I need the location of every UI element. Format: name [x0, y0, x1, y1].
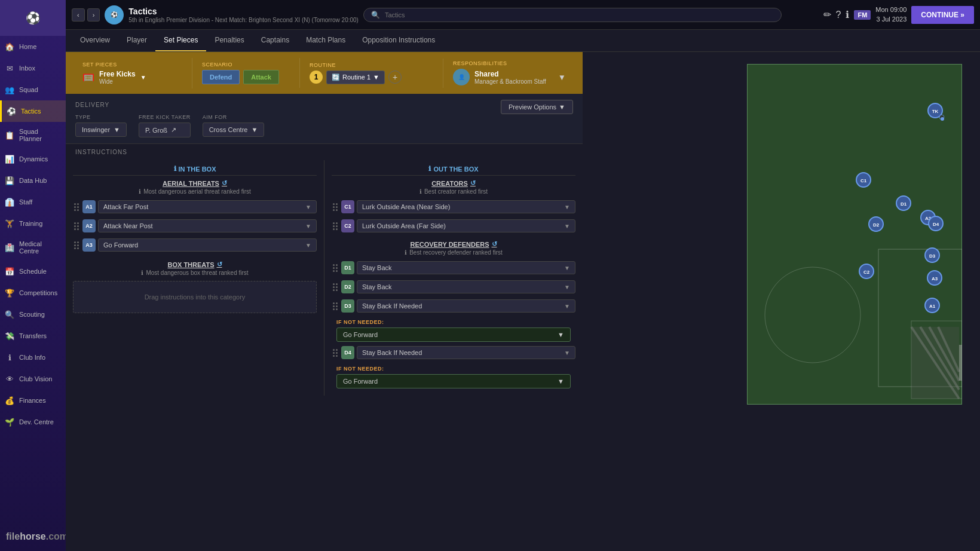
help-button[interactable]: ? — [836, 10, 841, 20]
d3-if-not-selector[interactable]: Go Forward ▼ — [336, 327, 571, 342]
chevron-down-icon: ▼ — [564, 204, 570, 210]
chevron-down-icon: ▼ — [373, 74, 379, 81]
drag-handle[interactable] — [73, 240, 80, 250]
drag-handle[interactable] — [332, 221, 339, 231]
info-button[interactable]: ℹ — [846, 9, 849, 20]
refresh-icon[interactable]: ↺ — [492, 240, 497, 248]
aim-value: Cross Centre — [209, 126, 248, 133]
sidebar-item-scouting[interactable]: 🔍 Scouting — [0, 304, 66, 325]
c2-selector[interactable]: Lurk Outside Area (Far Side) ▼ — [357, 219, 575, 232]
search-bar[interactable]: 🔍 — [363, 8, 782, 22]
drag-handle[interactable] — [332, 202, 339, 212]
sidebar-item-home[interactable]: 🏠 Home — [0, 36, 66, 57]
drag-handle[interactable] — [332, 282, 339, 292]
sidebar-item-competitions[interactable]: 🏆 Competitions — [0, 282, 66, 304]
sidebar-item-inbox[interactable]: ✉ Inbox — [0, 57, 66, 79]
sidebar-item-staff[interactable]: 👔 Staff — [0, 191, 66, 213]
delivery-header-row: DELIVERY Preview Options ▼ — [75, 100, 573, 114]
sidebar-item-schedule[interactable]: 📅 Schedule — [0, 261, 66, 282]
d3-selector[interactable]: Stay Back If Needed ▼ — [357, 299, 575, 313]
forward-button[interactable]: › — [87, 8, 100, 22]
sidebar-item-medical[interactable]: 🏥 Medical Centre — [0, 234, 66, 261]
a3-selector[interactable]: Go Forward ▼ — [98, 238, 317, 252]
sidebar-label-squad-planner: Squad Planner — [19, 128, 61, 142]
tab-opposition[interactable]: Opposition Instructions — [354, 30, 443, 51]
sidebar-item-squad-planner[interactable]: 📋 Squad Planner — [0, 122, 66, 148]
responsibilities-avatar: 👤 — [453, 69, 470, 85]
sidebar-item-dev-centre[interactable]: 🌱 Dev. Centre — [0, 411, 66, 433]
setpiece-type-dropdown[interactable]: ▼ — [140, 74, 146, 81]
sidebar-item-data-hub[interactable]: 💾 Data Hub — [0, 170, 66, 191]
defend-button[interactable]: Defend — [202, 70, 240, 84]
box-threats-hint: ℹ Most dangerous box threat ranked first — [73, 270, 317, 276]
d4-if-not-selector[interactable]: Go Forward ▼ — [336, 374, 571, 388]
continue-label: CONTINUE » — [921, 11, 964, 19]
box-threats-drop-area[interactable]: Drag instructions into this category — [73, 281, 317, 313]
sidebar-label-medical: Medical Centre — [19, 240, 61, 255]
creator-c1: C1 Lurk Outside Area (Near Side) ▼ — [332, 198, 575, 215]
sidebar-item-squad[interactable]: 👥 Squad — [0, 79, 66, 100]
sidebar-label-data-hub: Data Hub — [19, 177, 47, 184]
watermark: filehorse.com — [6, 531, 68, 542]
setpiece-type-row: 🥅 Free Kicks Wide ▼ — [82, 70, 182, 85]
tab-overview[interactable]: Overview — [72, 30, 118, 51]
svg-text:TK: TK — [932, 109, 939, 114]
drag-handle[interactable] — [332, 263, 339, 273]
sidebar-item-finances[interactable]: 💰 Finances — [0, 390, 66, 411]
tab-match-plans[interactable]: Match Plans — [298, 30, 354, 51]
type-selector[interactable]: Inswinger ▼ — [75, 123, 127, 137]
sidebar-label-tactics: Tactics — [21, 108, 41, 115]
drag-handle[interactable] — [332, 348, 339, 358]
d1-selector[interactable]: Stay Back ▼ — [357, 261, 575, 274]
responsibilities-dropdown[interactable]: ▼ — [558, 73, 566, 82]
tab-penalties[interactable]: Penalties — [206, 30, 252, 51]
sidebar-item-dynamics[interactable]: 📊 Dynamics — [0, 148, 66, 170]
recovery-title: RECOVERY DEFENDERS ↺ — [332, 240, 575, 248]
refresh-icon[interactable]: ↺ — [217, 261, 222, 268]
refresh-icon[interactable]: ↺ — [470, 179, 476, 187]
a1-selector[interactable]: Attack Far Post ▼ — [98, 200, 317, 213]
info-icon: ℹ — [405, 249, 407, 256]
competitions-icon: 🏆 — [5, 288, 14, 298]
edit-button[interactable]: ✏ — [823, 9, 831, 20]
a2-selector[interactable]: Attack Near Post ▼ — [98, 219, 317, 232]
c1-selector[interactable]: Lurk Outside Area (Near Side) ▼ — [357, 200, 575, 213]
responsibilities-info: Shared Manager & Backroom Staff — [474, 70, 546, 85]
drag-handle[interactable] — [73, 221, 80, 231]
chevron-down-icon: ▼ — [305, 223, 311, 229]
d2-selector[interactable]: Stay Back ▼ — [357, 280, 575, 293]
watermark-com: .com — [46, 531, 68, 541]
responsibilities-row: 👤 Shared Manager & Backroom Staff ▼ — [453, 69, 566, 85]
back-button[interactable]: ‹ — [72, 8, 85, 22]
fm-badge: FM — [854, 10, 871, 20]
taker-selector[interactable]: P. Groß ↗ — [139, 123, 191, 137]
tab-captains[interactable]: Captains — [253, 30, 298, 51]
data-hub-icon: 💾 — [5, 176, 14, 185]
sidebar-item-club-vision[interactable]: 👁 Club Vision — [0, 368, 66, 390]
refresh-icon[interactable]: ↺ — [222, 179, 227, 187]
chevron-down-icon: ▼ — [564, 284, 570, 290]
aim-selector[interactable]: Cross Centre ▼ — [203, 123, 265, 137]
a3-badge: A3 — [82, 238, 96, 252]
attack-button[interactable]: Attack — [243, 70, 279, 84]
setpiece-type-sub: Wide — [99, 78, 136, 85]
add-routine-button[interactable]: + — [388, 71, 402, 84]
sidebar-item-tactics[interactable]: ⚽ Tactics — [0, 100, 66, 122]
continue-button[interactable]: CONTINUE » — [911, 6, 974, 24]
tab-set-pieces[interactable]: Set Pieces — [155, 30, 206, 51]
sidebar-item-training[interactable]: 🏋 Training — [0, 213, 66, 234]
drag-handle[interactable] — [73, 202, 80, 212]
routine-icon: 🔄 — [332, 74, 340, 81]
d1-value: Stay Back — [362, 264, 392, 271]
drag-handle[interactable] — [332, 301, 339, 311]
routine-selector[interactable]: 🔄 Routine 1 ▼ — [326, 71, 385, 84]
d4-selector[interactable]: Stay Back If Needed ▼ — [357, 346, 575, 359]
sidebar-item-transfers[interactable]: 💸 Transfers — [0, 325, 66, 347]
club-info-icon: ℹ — [5, 353, 14, 362]
tab-player[interactable]: Player — [118, 30, 155, 51]
preview-options-button[interactable]: Preview Options ▼ — [501, 100, 573, 114]
sidebar-item-club-info[interactable]: ℹ Club Info — [0, 347, 66, 368]
watermark-file: file — [6, 531, 20, 541]
search-input[interactable] — [385, 11, 774, 19]
responsibilities-sub: Manager & Backroom Staff — [474, 78, 546, 85]
